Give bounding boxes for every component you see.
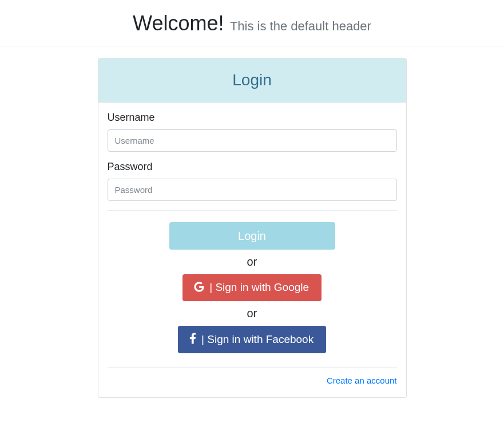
username-input[interactable] [108,129,397,152]
divider [108,210,397,211]
facebook-signin-button[interactable]: | Sign in with Facebook [178,326,326,353]
login-button[interactable]: Login [169,222,335,250]
password-input[interactable] [108,179,397,201]
create-account-link[interactable]: Create an account [327,376,397,385]
or-text-1: or [108,255,397,269]
google-button-label: | Sign in with Google [207,281,309,293]
username-label: Username [108,112,397,124]
header-title: Welcome! [133,11,224,35]
page-header: Welcome! This is the default header [0,0,504,46]
facebook-icon [189,333,196,344]
login-card: Login Username Password Login or | Sign … [98,58,407,398]
divider-2 [108,367,397,368]
header-subtitle: This is the default header [230,19,371,33]
facebook-button-label: | Sign in with Facebook [199,333,313,345]
password-label: Password [108,161,397,173]
card-title: Login [98,58,406,102]
google-signin-button[interactable]: | Sign in with Google [182,274,322,301]
or-text-2: or [108,307,397,320]
google-icon [194,282,204,292]
